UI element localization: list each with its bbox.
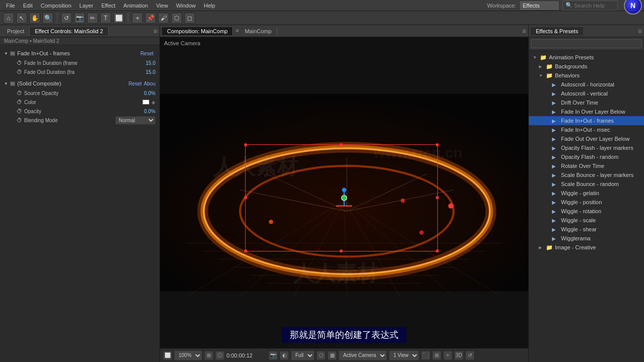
- toolbar-pen[interactable]: ✏: [87, 13, 98, 24]
- prop-color[interactable]: ⏱ Color ◈: [0, 98, 159, 107]
- vc-quality-select[interactable]: Full: [291, 350, 314, 360]
- vc-grid-btn[interactable]: ⊞: [432, 351, 441, 360]
- toolbar-puppet[interactable]: ⌖: [132, 13, 143, 24]
- tree-wiggle-scale[interactable]: ▶ ▶ Wiggle - scale: [529, 216, 644, 225]
- triangle-icon-fade: ▼: [4, 51, 8, 56]
- menu-file[interactable]: File: [2, 2, 19, 10]
- tree-fade-in-out-msec[interactable]: ▶ ▶ Fade In+Out - msec: [529, 125, 644, 134]
- right-panel-options[interactable]: ≡: [638, 27, 642, 35]
- tree-backgrounds[interactable]: ▶ 📁 Backgrounds: [529, 62, 644, 71]
- tree-rotate-over-time[interactable]: ▶ ▶ Rotate Over Time: [529, 161, 644, 170]
- effect-reset-fade[interactable]: Reset: [140, 51, 153, 56]
- tree-opacity-flash-lm[interactable]: ▶ ▶ Opacity Flash - layer markers: [529, 143, 644, 152]
- spacer-5: ▶: [545, 119, 550, 123]
- tree-autoscroll-h[interactable]: ▶ ▶ Autoscroll - horizontal: [529, 80, 644, 89]
- effects-search-input[interactable]: [531, 39, 642, 48]
- comp-panel-options[interactable]: ≡: [522, 27, 526, 35]
- vc-render-btn[interactable]: ⬜: [163, 351, 172, 360]
- menu-composition[interactable]: Composition: [37, 2, 75, 10]
- comp-tabs: Composition: MainComp ✕ MainComp ≡: [160, 25, 528, 37]
- prop-blending-mode[interactable]: ⏱ Blending Mode Normal: [0, 116, 159, 125]
- toolbar-stamp[interactable]: ⬡: [171, 13, 182, 24]
- file-icon-7: ▶: [552, 136, 559, 142]
- tree-opacity-flash-rand[interactable]: ▶ ▶ Opacity Flash - random: [529, 152, 644, 161]
- toolbar-rotate[interactable]: ↺: [61, 13, 72, 24]
- tab-comp-inner[interactable]: MainComp: [239, 27, 277, 35]
- tree-scale-bounce-rand[interactable]: ▶ ▶ Scale Bounce - random: [529, 179, 644, 189]
- toolbar-shape[interactable]: ⬜: [113, 13, 124, 24]
- vc-region-btn[interactable]: ⬛: [421, 351, 430, 360]
- toolbar-eraser[interactable]: ◻: [184, 13, 195, 24]
- toolbar-home[interactable]: ⌂: [3, 13, 14, 24]
- spacer-18: ▶: [545, 236, 550, 241]
- comp-close-btn[interactable]: ✕: [235, 28, 239, 34]
- vc-guides-btn[interactable]: +: [443, 351, 452, 360]
- toolbar-camera[interactable]: 📷: [74, 13, 85, 24]
- toolbar-text[interactable]: T: [100, 13, 111, 24]
- tree-wiggle-position[interactable]: ▶ ▶ Wiggle - position: [529, 198, 644, 207]
- effect-header-fade[interactable]: ▼ fx Fade In+Out - frames Reset: [0, 48, 159, 58]
- prop-fade-out-dur: ⏱ Fade Out Duration (fra 15.0: [0, 67, 159, 76]
- vc-show-chan[interactable]: ◐: [280, 351, 289, 360]
- menu-edit[interactable]: Edit: [19, 2, 37, 10]
- file-icon-17: ▶: [552, 227, 559, 232]
- color-eyedropper[interactable]: ◈: [151, 100, 155, 105]
- panel-options-btn[interactable]: ≡: [153, 27, 157, 35]
- menu-effect[interactable]: Effect: [97, 2, 119, 10]
- menu-help[interactable]: Help: [200, 2, 219, 10]
- tree-fade-in-over[interactable]: ▶ ▶ Fade In Over Layer Below: [529, 107, 644, 116]
- svg-text:www.rrcg.cn: www.rrcg.cn: [373, 144, 462, 161]
- tree-wiggle-rotation[interactable]: ▶ ▶ Wiggle - rotation: [529, 207, 644, 216]
- tree-wiggle-gelatin[interactable]: ▶ ▶ Wiggle - gelatin: [529, 189, 644, 198]
- tree-wiggle-shear[interactable]: ▶ ▶ Wiggle - shear: [529, 225, 644, 234]
- tab-effects-presets[interactable]: Effects & Presets: [531, 27, 583, 35]
- menu-layer[interactable]: Layer: [75, 2, 98, 10]
- vc-zoom-select[interactable]: 100%: [174, 350, 202, 360]
- menu-view[interactable]: View: [152, 2, 172, 10]
- stopwatch-icon-1: ⏱: [16, 60, 22, 66]
- svg-point-34: [342, 188, 346, 192]
- toolbar-pointer[interactable]: ↖: [16, 13, 27, 24]
- vc-reset-btn[interactable]: ↺: [465, 351, 474, 360]
- tree-autoscroll-v[interactable]: ▶ ▶ Autoscroll - vertical: [529, 89, 644, 98]
- toolbar-zoom[interactable]: 🔍: [42, 13, 53, 24]
- vc-fit-btn[interactable]: ⊞: [204, 351, 213, 360]
- tab-main-comp[interactable]: Composition: MainComp: [162, 27, 233, 35]
- tree-behaviors[interactable]: ▼ 📁 Behaviors: [529, 71, 644, 80]
- blending-mode-select[interactable]: Normal: [115, 116, 155, 125]
- file-icon-18: ▶: [552, 236, 559, 241]
- vc-camera-select[interactable]: Active Camera: [339, 350, 387, 360]
- menu-window[interactable]: Window: [172, 2, 200, 10]
- spacer-8: ▶: [545, 146, 550, 150]
- vc-3d-btn[interactable]: 3D: [454, 351, 463, 360]
- vc-transparency-btn[interactable]: ▩: [328, 351, 337, 360]
- prop-fade-in-dur: ⏱ Fade In Duration (frame 15.0: [0, 58, 159, 67]
- toolbar-pin[interactable]: 📌: [145, 13, 156, 24]
- spacer-14: ▶: [545, 200, 550, 205]
- vc-view-select[interactable]: 1 View: [389, 350, 419, 360]
- tree-scale-bounce-lm[interactable]: ▶ ▶ Scale Bounce - layer markers: [529, 170, 644, 179]
- tree-drift-over-time[interactable]: ▶ ▶ Drift Over Time: [529, 98, 644, 107]
- vc-snapshot-btn[interactable]: 📷: [269, 351, 278, 360]
- viewer-controls: ⬜ 100% ⊞ ⓘ 0:00:00:12 📷 ◐ Full ⬡ ▩ Activ…: [160, 348, 528, 362]
- vc-res-btn[interactable]: ⬡: [316, 351, 326, 360]
- tree-fade-out-over[interactable]: ▶ ▶ Fade Out Over Layer Below: [529, 134, 644, 143]
- tree-image-creative[interactable]: ▶ 📁 Image - Creative: [529, 243, 644, 252]
- toolbar-hand[interactable]: ✋: [29, 13, 40, 24]
- tab-project[interactable]: Project: [2, 27, 30, 35]
- effect-about-solid[interactable]: Abou: [144, 81, 155, 86]
- effect-reset-solid[interactable]: Reset: [129, 81, 142, 86]
- tree-fade-in-out-frames[interactable]: ▶ ▶ Fade In+Out - frames: [529, 116, 644, 125]
- tree-animation-presets[interactable]: ▼ 📁 Animation Presets: [529, 53, 644, 62]
- effect-controls: ▼ fx Fade In+Out - frames Reset ⏱ Fade I…: [0, 45, 159, 362]
- menu-animation[interactable]: Animation: [119, 2, 152, 10]
- tree-wigglerama[interactable]: ▶ ▶ Wigglerama: [529, 234, 644, 243]
- color-swatch[interactable]: [142, 100, 149, 105]
- vc-info-btn[interactable]: ⓘ: [215, 351, 224, 360]
- effect-header-solid[interactable]: ▼ fx (Solid Composite) Reset Abou: [0, 78, 159, 88]
- workspace-dropdown[interactable]: Effects: [519, 1, 559, 11]
- folder-img-icon: 📁: [546, 244, 553, 251]
- menubar: File Edit Composition Layer Effect Anima…: [0, 0, 644, 11]
- toolbar-brush[interactable]: 🖌: [158, 13, 169, 24]
- tab-effect-controls[interactable]: Effect Controls: MainSolid 2: [30, 27, 109, 35]
